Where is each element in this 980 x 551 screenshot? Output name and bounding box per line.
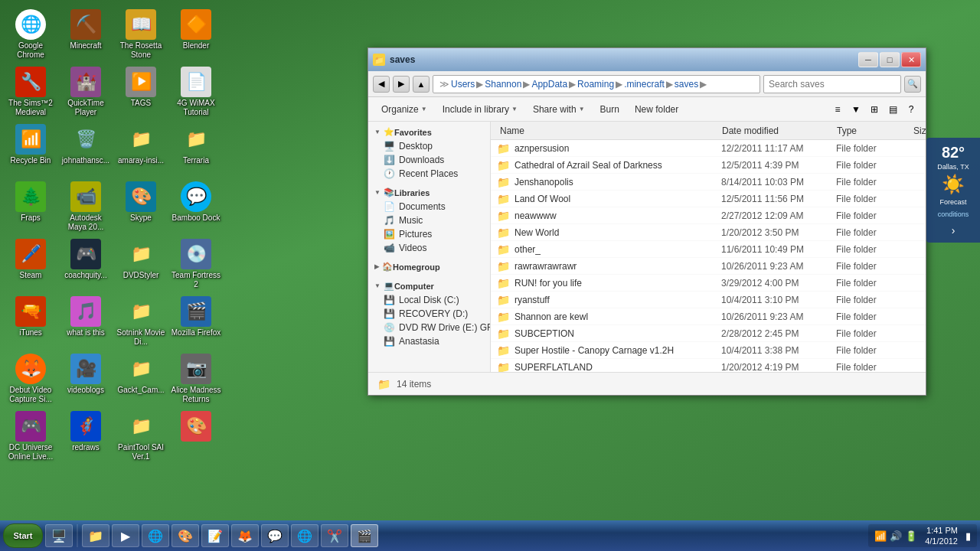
breadcrumb-minecraft[interactable]: .minecraft <box>624 79 665 90</box>
file-row[interactable]: 📁 Cathedral of Azrail Seal of Darkness 1… <box>491 157 926 174</box>
breadcrumb-users[interactable]: Users <box>451 79 475 90</box>
desktop-icon-garrys-mod[interactable]: 🔧 The Sims™2 Medieval <box>3 64 58 121</box>
file-row[interactable]: 📁 Super Hostile - Canopy Carnage v1.2H 1… <box>491 342 926 359</box>
file-row[interactable]: 📁 other_ 11/6/2011 10:49 PM File folder <box>491 241 926 258</box>
file-row[interactable]: 📁 Land Of Wool 12/5/2011 11:56 PM File f… <box>491 191 926 207</box>
file-row[interactable]: 📁 New World 1/20/2012 3:50 PM File folde… <box>491 224 926 241</box>
maximize-button[interactable]: □ <box>880 52 900 67</box>
desktop-icon-fraps[interactable]: 📹 Autodesk Maya 20... <box>58 178 113 236</box>
libraries-section-header[interactable]: ▼ 📚 Libraries <box>368 185 490 200</box>
nav-item-pictures[interactable]: 🖼️ Pictures <box>368 227 490 241</box>
clock-area[interactable]: 1:41 PM 4/1/2012 <box>920 525 962 547</box>
taskbar-chrome[interactable]: 🌐 <box>142 524 169 547</box>
breadcrumb-saves[interactable]: saves <box>675 79 698 90</box>
taskbar-firefox[interactable]: 🦊 <box>231 524 259 547</box>
desktop-icon-mozilla-firefox[interactable]: 🦊 Debut Video Capture Si... <box>3 350 58 408</box>
nav-item-local-disk-c[interactable]: 💾 Local Disk (C:) <box>368 293 490 307</box>
share-with-button[interactable]: Share with ▼ <box>526 100 592 119</box>
desktop-icon-terraria[interactable]: 🌲 Fraps <box>3 178 58 236</box>
desktop-icon-sotnink[interactable]: 🎬 Mozilla Firefox <box>168 293 224 350</box>
nav-item-documents[interactable]: 📄 Documents <box>368 200 490 214</box>
show-desktop-corner[interactable]: ▮ <box>965 530 971 542</box>
view-dropdown-button[interactable]: ▼ <box>848 101 864 118</box>
breadcrumb-shannon[interactable]: Shannon <box>485 79 521 90</box>
desktop-icon-johnathansc[interactable]: 📁 amaray-insi... <box>113 121 168 178</box>
desktop-icon-dc-universe[interactable]: 🦸 redraws <box>58 408 113 465</box>
close-button[interactable]: ✕ <box>901 52 921 67</box>
breadcrumb-bar[interactable]: ≫ Users ▶ Shannon ▶ AppData ▶ Roaming ▶ … <box>433 75 760 93</box>
file-row[interactable]: 📁 Jenshanopolis 8/14/2011 10:03 PM File … <box>491 174 926 191</box>
column-header-type[interactable]: Type <box>834 126 910 136</box>
desktop-icon-4g-wimax[interactable]: 📶 Recycle Bin <box>3 121 58 178</box>
desktop-icon-recycle-bin[interactable]: 🗑️ johnathansc... <box>58 121 113 178</box>
nav-item-music[interactable]: 🎵 Music <box>368 214 490 227</box>
file-row[interactable]: 📁 RUN! for you life 3/29/2012 4:00 PM Fi… <box>491 275 926 292</box>
column-header-date[interactable]: Date modified <box>719 126 834 136</box>
tray-battery-icon[interactable]: 🔋 <box>905 530 917 542</box>
nav-item-dvd-rw-e[interactable]: 💿 DVD RW Drive (E:) GF <box>368 321 490 334</box>
desktop-icon-sims2[interactable]: 🏰 QuickTime Player <box>58 64 113 121</box>
forward-button[interactable]: ▶ <box>393 76 410 93</box>
file-row[interactable]: 📁 Shannon are kewl 10/26/2011 9:23 AM Fi… <box>491 308 926 325</box>
taskbar-show-desktop[interactable]: 🖥️ <box>45 524 73 547</box>
file-row[interactable]: 📁 aznpersusion 12/2/2011 11:17 AM File f… <box>491 140 926 157</box>
taskbar-scissors[interactable]: ✂️ <box>321 524 348 547</box>
desktop-icon-alice-madness[interactable]: 🎮 DC Universe Online Live... <box>3 408 58 465</box>
desktop-icon-quicktime[interactable]: ▶️ TAGS <box>113 64 168 121</box>
desktop-icon-autodesk[interactable]: 🎨 Skype <box>113 178 168 236</box>
new-folder-button[interactable]: New folder <box>628 100 685 119</box>
nav-item-downloads[interactable]: ⬇️ Downloads <box>368 153 490 167</box>
column-header-name[interactable]: Name <box>497 126 719 136</box>
desktop-icon-amaray[interactable]: 📁 Terraria <box>168 121 224 178</box>
file-row[interactable]: 📁 rawrawrawrawr 10/26/2011 9:23 AM File … <box>491 258 926 275</box>
taskbar-word[interactable]: 📝 <box>201 524 229 547</box>
breadcrumb-appdata[interactable]: AppData <box>531 79 567 90</box>
file-row[interactable]: 📁 SUBCEPTION 2/28/2012 2:45 PM File fold… <box>491 325 926 342</box>
file-row[interactable]: 📁 ryanstuff 10/4/2011 3:10 PM File folde… <box>491 292 926 308</box>
include-library-button[interactable]: Include in library ▼ <box>436 100 524 119</box>
taskbar-media-player[interactable]: ▶ <box>112 524 139 547</box>
minimize-button[interactable]: ─ <box>858 52 878 67</box>
help-button[interactable]: ? <box>903 101 920 118</box>
nav-item-anastasia[interactable]: 💾 Anastasia <box>368 334 490 348</box>
taskbar-file-explorer[interactable]: 📁 <box>82 524 109 547</box>
desktop-icon-minecraft[interactable]: ⛏️ Minecraft <box>58 6 113 64</box>
back-button[interactable]: ◀ <box>373 76 390 93</box>
nav-item-recent-places[interactable]: 🕐 Recent Places <box>368 167 490 181</box>
desktop-icon-redraws[interactable]: 📁 PaintTool SAI Ver.1 <box>113 408 168 465</box>
desktop-icon-blender[interactable]: 🔶 Blender <box>168 6 224 64</box>
taskbar-chrome2[interactable]: 🌐 <box>291 524 318 547</box>
nav-item-videos[interactable]: 📹 Videos <box>368 241 490 255</box>
desktop-icon-team-fortress[interactable]: 🔫 iTunes <box>3 293 58 350</box>
burn-button[interactable]: Burn <box>593 100 626 119</box>
organize-button[interactable]: Organize ▼ <box>374 100 434 119</box>
homegroup-section-header[interactable]: ▶ 🏠 Homegroup <box>368 259 490 274</box>
taskbar-explorer-active[interactable]: 🎬 <box>351 524 378 547</box>
desktop-icon-tags[interactable]: 📄 4G WiMAX Tutorial <box>168 64 224 121</box>
file-row[interactable]: 📁 neawwww 2/27/2012 12:09 AM File folder <box>491 207 926 224</box>
desktop-icon-itunes[interactable]: 🎵 what is this <box>58 293 113 350</box>
breadcrumb-roaming[interactable]: Roaming <box>577 79 614 90</box>
up-button[interactable]: ▲ <box>413 76 430 93</box>
favorites-section-header[interactable]: ▼ ⭐ Favorites <box>368 125 490 139</box>
search-button[interactable]: 🔍 <box>904 76 921 93</box>
file-row[interactable]: 📁 SUPERFLATLAND 1/20/2012 4:19 PM File f… <box>491 359 926 372</box>
desktop-icon-rosetta[interactable]: 📖 The Rosetta Stone <box>113 6 168 64</box>
desktop-icon-what-is-this[interactable]: 📁 Sotnink Movie Di... <box>113 293 168 350</box>
weather-day-chevron[interactable]: › <box>931 224 975 236</box>
details-toggle-button[interactable]: ⊞ <box>866 101 883 118</box>
desktop-icon-gackt-cam[interactable]: 📷 Alice Madness Returns <box>168 350 224 408</box>
column-header-size[interactable]: Size <box>910 126 926 136</box>
change-view-button[interactable]: ≡ <box>829 101 846 118</box>
desktop-icon-bamboo-dock[interactable]: 🖊️ Steam <box>3 236 58 293</box>
search-input[interactable] <box>763 75 901 93</box>
desktop-icon-google-chrome[interactable]: 🌐 Google Chrome <box>3 6 58 64</box>
desktop-icon-steam[interactable]: 🎮 coachquity... <box>58 236 113 293</box>
desktop-icon-skype[interactable]: 💬 Bamboo Dock <box>168 178 224 236</box>
desktop-icon-dvdstyler[interactable]: 💿 Team Fortress 2 <box>168 236 224 293</box>
nav-item-desktop[interactable]: 🖥️ Desktop <box>368 139 490 153</box>
preview-pane-button[interactable]: ▤ <box>884 101 901 118</box>
computer-section-header[interactable]: ▼ 💻 Computer <box>368 279 490 293</box>
tray-volume-icon[interactable]: 🔊 <box>890 530 902 542</box>
start-button[interactable]: Start <box>3 523 43 548</box>
